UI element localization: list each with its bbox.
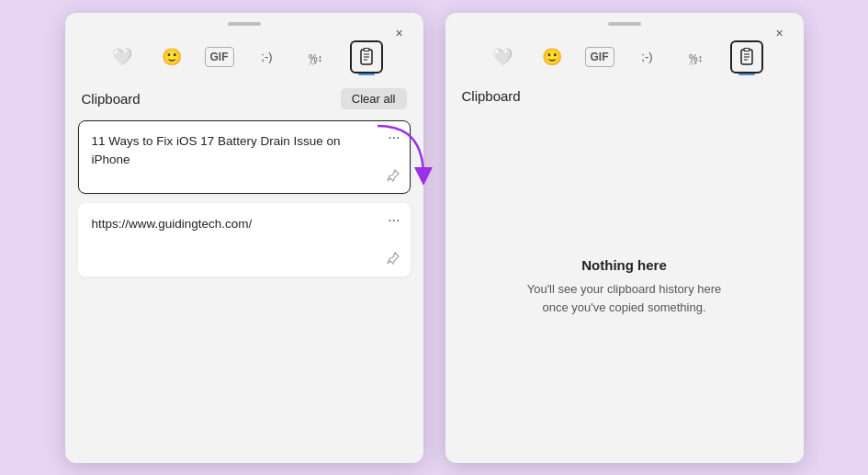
icon-bar-right: 🤍 🙂 GIF ;-) %↕△+ [445,33,804,79]
gif-icon[interactable]: GIF [205,47,234,67]
empty-description: You'll see your clipboard history here o… [524,280,726,316]
clipboard-active-icon[interactable] [350,40,383,74]
panel-left: × 🤍 🙂 GIF ;-) %↕△+ Clipboard Clear a [65,13,423,463]
kaomoji-icon-r[interactable]: ;-) [631,40,664,74]
clipboard-item-2-more[interactable]: ··· [388,213,400,228]
svg-text:△+: △+ [309,60,317,65]
clipboard-active-icon-r[interactable] [730,40,763,74]
kaomoji-icon[interactable]: ;-) [251,40,284,74]
svg-rect-10 [744,48,750,51]
clipboard-item-1-text: 11 Ways to Fix iOS 17 Battery Drain Issu… [92,132,397,170]
empty-state: Nothing here You'll see your clipboard h… [445,111,804,463]
svg-rect-3 [364,48,369,51]
svg-text:△+: △+ [689,60,697,65]
clipboard-item-2-pin[interactable] [386,251,400,268]
empty-title: Nothing here [581,257,667,273]
clipboard-item-1-more[interactable]: ··· [388,130,400,145]
smiley-icon[interactable]: 🙂 [155,40,188,74]
clipboard-list: 11 Ways to Fix iOS 17 Battery Drain Issu… [65,117,423,463]
emoji-picker-icon-r[interactable]: 🤍 [486,40,519,74]
clipboard-item-1[interactable]: 11 Ways to Fix iOS 17 Battery Drain Issu… [78,120,411,194]
symbols-icon-r[interactable]: %↕△+ [681,40,714,74]
clipboard-item-1-pin[interactable] [386,168,400,186]
section-title-left: Clipboard [82,91,141,107]
close-button-right[interactable]: × [769,22,791,44]
clipboard-item-2[interactable]: https://www.guidingtech.com/ ··· [78,203,411,277]
emoji-picker-icon[interactable]: 🤍 [106,40,139,74]
clipboard-item-2-text: https://www.guidingtech.com/ [92,215,397,233]
icon-bar-left: 🤍 🙂 GIF ;-) %↕△+ [65,33,423,79]
panel-right: × 🤍 🙂 GIF ;-) %↕△+ Clipboard Nothing her… [445,13,804,463]
drag-handle-left [228,22,261,26]
section-header-left: Clipboard Clear all [65,79,423,117]
section-title-right: Clipboard [462,88,521,104]
drag-handle-right [608,22,641,26]
close-button-left[interactable]: × [389,22,411,44]
smiley-icon-r[interactable]: 🙂 [535,40,569,74]
symbols-icon[interactable]: %↕△+ [300,40,333,74]
gif-icon-r[interactable]: GIF [585,47,614,67]
clear-all-button[interactable]: Clear all [341,88,407,109]
section-header-right: Clipboard [445,79,804,111]
